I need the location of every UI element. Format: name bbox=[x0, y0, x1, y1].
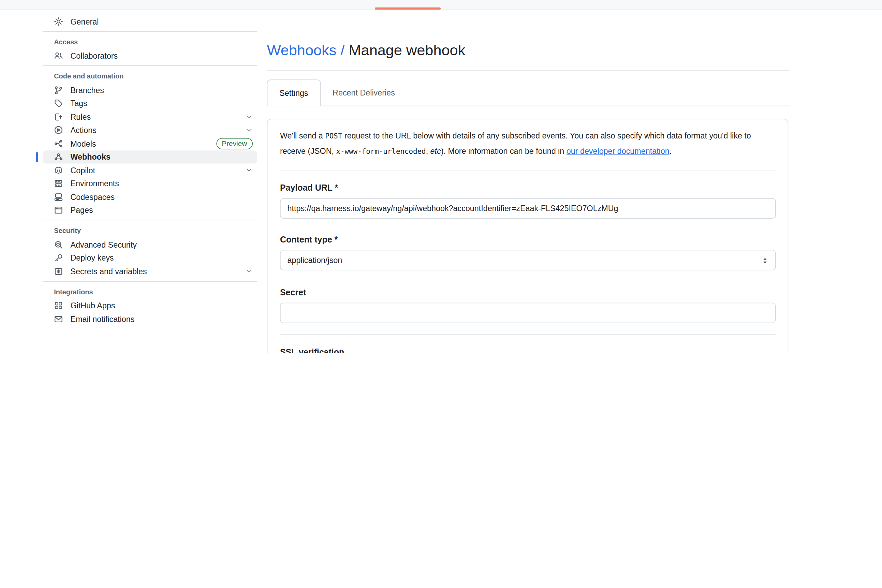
active-indicator-bar bbox=[36, 152, 38, 161]
intro-etc: etc bbox=[430, 147, 441, 156]
gear-icon bbox=[54, 17, 63, 26]
sidebar-item-label: Deploy keys bbox=[70, 254, 253, 262]
key-icon bbox=[54, 254, 63, 262]
sidebar-item-pages[interactable]: Pages bbox=[43, 204, 257, 217]
sidebar-item-label: Environments bbox=[70, 179, 253, 188]
select-arrows-icon bbox=[760, 256, 770, 266]
preview-badge: Preview bbox=[216, 138, 253, 149]
chevron-down-icon bbox=[245, 268, 253, 275]
content-type-select[interactable]: application/json bbox=[280, 250, 776, 270]
sidebar-item-advanced-security[interactable]: Advanced Security bbox=[43, 238, 257, 251]
play-circle-icon bbox=[54, 126, 63, 135]
sidebar-item-email-notifications[interactable]: Email notifications bbox=[43, 312, 257, 326]
sidebar-item-models[interactable]: Models Preview bbox=[43, 137, 257, 150]
content-type-selected-value: application/json bbox=[288, 255, 342, 265]
sidebar-divider bbox=[43, 220, 257, 220]
sidebar-item-deploy-keys[interactable]: Deploy keys bbox=[43, 251, 257, 265]
page-title: Webhooks / Manage webhook bbox=[267, 41, 465, 59]
sidebar-divider bbox=[43, 281, 257, 281]
sidebar-item-secrets-variables[interactable]: Secrets and variables bbox=[43, 265, 257, 278]
intro-segment: We'll send a bbox=[280, 131, 325, 141]
chevron-down-icon bbox=[245, 166, 253, 174]
payload-url-input[interactable] bbox=[280, 198, 776, 219]
intro-code-urlencoded: x-www-form-urlencoded bbox=[336, 147, 426, 156]
tab-settings[interactable]: Settings bbox=[267, 80, 321, 106]
tab-recent-deliveries[interactable]: Recent Deliveries bbox=[321, 80, 407, 106]
sidebar-item-copilot[interactable]: Copilot bbox=[43, 164, 257, 177]
sidebar-divider bbox=[43, 31, 257, 32]
breadcrumb-webhooks-link[interactable]: Webhooks / bbox=[267, 42, 349, 58]
settings-sidebar: General Access Collaborators Code and au… bbox=[43, 15, 257, 326]
sidebar-section-access: Access bbox=[43, 34, 257, 49]
sidebar-item-label: GitHub Apps bbox=[70, 301, 253, 310]
sidebar-item-label: General bbox=[70, 17, 253, 26]
webhook-settings-panel: We'll send a POST request to the URL bel… bbox=[267, 119, 789, 353]
sidebar-item-label: Collaborators bbox=[70, 51, 253, 60]
intro-code-post: POST bbox=[325, 132, 342, 140]
page: General Access Collaborators Code and au… bbox=[0, 0, 882, 353]
chevron-down-icon bbox=[245, 113, 253, 121]
browser-window-icon bbox=[54, 206, 63, 215]
sidebar-item-label: Webhooks bbox=[70, 153, 253, 162]
intro-segment: ). More information can be found in bbox=[441, 147, 567, 156]
active-nav-underline bbox=[375, 8, 441, 10]
panel-divider bbox=[280, 334, 776, 334]
sidebar-item-label: Pages bbox=[70, 206, 253, 215]
apps-grid-icon bbox=[54, 301, 63, 310]
content-type-label: Content type * bbox=[280, 233, 776, 246]
asterisk-box-icon bbox=[54, 267, 63, 276]
sidebar-divider bbox=[43, 65, 257, 66]
sidebar-item-label: Codespaces bbox=[70, 192, 253, 202]
sidebar-item-branches[interactable]: Branches bbox=[43, 84, 257, 97]
copilot-icon bbox=[54, 166, 63, 175]
chevron-down-icon bbox=[245, 126, 253, 134]
sidebar-item-codespaces[interactable]: Codespaces bbox=[43, 190, 257, 204]
sidebar-item-label: Branches bbox=[70, 86, 253, 95]
sidebar-item-rules[interactable]: Rules bbox=[43, 110, 257, 123]
sidebar-item-label: Tags bbox=[70, 99, 253, 108]
panel-divider bbox=[280, 170, 776, 171]
sidebar-section-security: Security bbox=[43, 223, 257, 238]
title-divider bbox=[267, 70, 790, 71]
sidebar-item-tags[interactable]: Tags bbox=[43, 97, 257, 110]
intro-segment: . bbox=[669, 147, 672, 156]
git-branch-icon bbox=[54, 86, 63, 95]
payload-url-label: Payload URL * bbox=[280, 182, 776, 194]
sidebar-item-webhooks[interactable]: Webhooks bbox=[43, 150, 257, 164]
sidebar-item-environments[interactable]: Environments bbox=[43, 177, 257, 190]
sidebar-item-github-apps[interactable]: GitHub Apps bbox=[43, 299, 257, 312]
people-icon bbox=[54, 51, 63, 60]
sidebar-section-integrations: Integrations bbox=[43, 284, 257, 299]
server-rack-icon bbox=[54, 179, 63, 188]
tag-icon bbox=[54, 99, 63, 108]
webhook-icon bbox=[54, 153, 63, 162]
repo-nav-strip bbox=[0, 0, 882, 10]
sidebar-item-collaborators[interactable]: Collaborators bbox=[43, 49, 257, 62]
rules-icon bbox=[54, 112, 63, 122]
sidebar-section-code-automation: Code and automation bbox=[43, 69, 257, 83]
intro-segment: , bbox=[426, 147, 430, 156]
secret-input[interactable] bbox=[280, 303, 776, 323]
sidebar-item-label: Models bbox=[70, 139, 216, 148]
tabnav: Settings Recent Deliveries bbox=[267, 79, 790, 106]
models-icon bbox=[54, 139, 63, 148]
sidebar-item-label: Secrets and variables bbox=[70, 267, 245, 276]
mail-icon bbox=[54, 315, 63, 324]
sidebar-item-actions[interactable]: Actions bbox=[43, 123, 257, 137]
page-title-text: Manage webhook bbox=[349, 42, 465, 58]
intro-text: We'll send a POST request to the URL bel… bbox=[280, 128, 776, 159]
sidebar-item-label: Rules bbox=[70, 112, 245, 122]
sidebar-item-general[interactable]: General bbox=[43, 15, 257, 28]
codespaces-icon bbox=[54, 192, 63, 202]
secret-label: Secret bbox=[280, 286, 776, 299]
code-scan-icon bbox=[54, 240, 63, 249]
sidebar-item-label: Copilot bbox=[70, 166, 245, 175]
sidebar-item-label: Email notifications bbox=[70, 315, 253, 324]
sidebar-item-label: Advanced Security bbox=[70, 240, 253, 249]
sidebar-item-label: Actions bbox=[70, 126, 245, 135]
ssl-verification-heading: SSL verification bbox=[280, 346, 776, 353]
developer-documentation-link[interactable]: our developer documentation bbox=[567, 147, 669, 156]
